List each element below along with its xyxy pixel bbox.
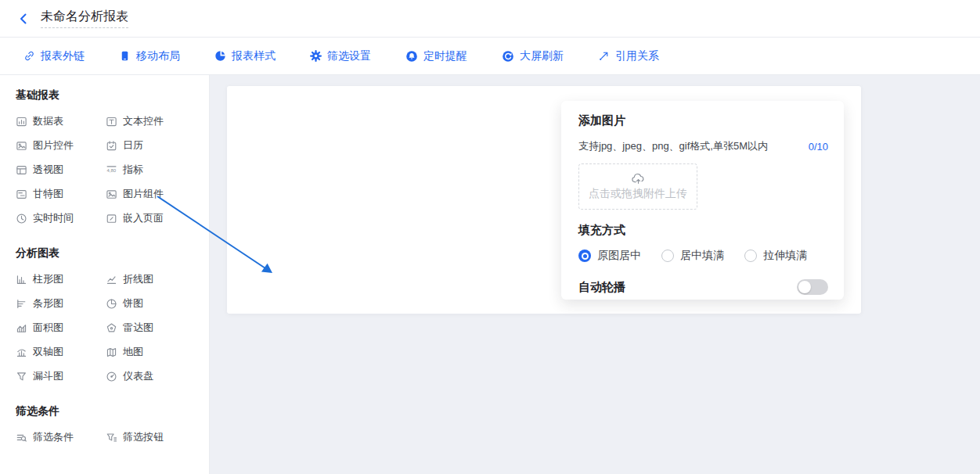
radio-label: 原图居中	[597, 249, 641, 263]
widget-sidebar: 基础报表数据表文本控件图片控件日历透视图4,80指标甘特图图片组件实时时间嵌入页…	[0, 75, 210, 474]
pie-icon	[214, 50, 226, 62]
toolbar-item-scheduled-reminder[interactable]: 定时提醒	[405, 49, 467, 63]
map-icon	[106, 347, 117, 358]
back-button[interactable]	[16, 11, 31, 27]
fill-mode-option-stretch-fill[interactable]: 拉伸填满	[744, 249, 807, 263]
report-title[interactable]: 未命名分析报表	[41, 9, 128, 28]
radio-unchecked-icon[interactable]	[661, 250, 674, 262]
toolbar-item-label: 大屏刷新	[520, 49, 564, 63]
mobile-icon	[119, 50, 131, 62]
sidebar-item-text-widget[interactable]: 文本控件	[106, 114, 209, 128]
sidebar-item-label: 仪表盘	[123, 369, 153, 383]
fill-mode-option-center-fill[interactable]: 居中填满	[661, 249, 724, 263]
sidebar-item-radar-chart[interactable]: 雷达图	[106, 321, 209, 335]
text-widget-icon	[106, 116, 117, 127]
sidebar-item-label: 日历	[123, 138, 143, 153]
sidebar-item-label: 透视图	[33, 163, 63, 177]
sidebar-item-map-chart[interactable]: 地图	[106, 345, 209, 359]
sidebar-item-realtime-clock[interactable]: 实时时间	[16, 211, 106, 225]
sidebar-item-label: 双轴图	[33, 345, 63, 359]
bell-icon	[405, 50, 418, 63]
refresh-icon	[502, 50, 514, 63]
dual-axis-icon	[16, 347, 27, 358]
sidebar-item-image-widget[interactable]: 图片控件	[16, 138, 106, 153]
data-table-icon	[16, 116, 27, 127]
toolbar: 报表外链移动布局报表样式筛选设置定时提醒大屏刷新引用关系	[0, 38, 980, 75]
svg-text:4,80: 4,80	[107, 168, 117, 173]
gear-icon	[310, 50, 322, 62]
fill-mode-label: 填充方式	[578, 223, 828, 238]
sidebar-item-filter-condition[interactable]: 筛选条件	[16, 430, 106, 444]
sidebar-item-calendar[interactable]: 日历	[106, 138, 209, 153]
radar-icon	[106, 322, 117, 334]
radio-unchecked-icon[interactable]	[744, 250, 757, 262]
toolbar-item-label: 引用关系	[615, 49, 659, 63]
metric-icon: 4,80	[106, 164, 117, 176]
link-icon	[23, 50, 35, 62]
sidebar-item-data-table[interactable]: 数据表	[16, 114, 106, 128]
sidebar-item-gauge-chart[interactable]: 仪表盘	[106, 369, 209, 383]
calendar-icon	[106, 140, 117, 152]
section-title: 筛选条件	[16, 404, 209, 418]
sidebar-item-bar-chart[interactable]: 条形图	[16, 296, 106, 311]
sidebar-item-label: 漏斗图	[33, 369, 63, 383]
radio-label: 居中填满	[680, 249, 724, 263]
section-title: 基础报表	[16, 88, 209, 102]
sidebar-item-label: 饼图	[123, 296, 143, 311]
main-area: 添加图片 支持jpg、jpeg、png、gif格式,单张5M以内 0/10 点击…	[210, 75, 980, 474]
filter-button-icon	[106, 432, 117, 443]
sidebar-item-pie-chart[interactable]: 饼图	[106, 296, 209, 311]
add-image-panel: 添加图片 支持jpg、jpeg、png、gif格式,单张5M以内 0/10 点击…	[561, 101, 844, 300]
funnel-icon	[16, 371, 27, 382]
sidebar-item-column-chart[interactable]: 柱形图	[16, 272, 106, 286]
sidebar-item-area-chart[interactable]: 面积图	[16, 321, 106, 335]
toolbar-item-label: 定时提醒	[423, 49, 467, 63]
sidebar-item-label: 实时时间	[33, 211, 74, 225]
sidebar-item-funnel-chart[interactable]: 漏斗图	[16, 369, 106, 383]
toolbar-item-label: 移动布局	[136, 49, 180, 63]
sidebar-item-image-component[interactable]: 图片组件	[106, 187, 209, 201]
toolbar-item-reference-relation[interactable]: 引用关系	[598, 49, 659, 63]
sidebar-item-label: 地图	[123, 345, 143, 359]
toolbar-item-label: 报表样式	[232, 49, 276, 63]
toolbar-item-filter-settings[interactable]: 筛选设置	[310, 49, 371, 63]
sidebar-item-label: 面积图	[33, 321, 63, 335]
radio-label: 拉伸填满	[763, 249, 807, 263]
area-chart-icon	[16, 322, 27, 334]
report-canvas[interactable]: 添加图片 支持jpg、jpeg、png、gif格式,单张5M以内 0/10 点击…	[227, 86, 861, 314]
toolbar-item-screen-refresh[interactable]: 大屏刷新	[502, 49, 564, 63]
filter-search-icon	[16, 432, 27, 443]
sidebar-item-line-chart[interactable]: 折线图	[106, 272, 209, 286]
upload-count: 0/10	[809, 141, 828, 153]
sidebar-item-embed-page[interactable]: 嵌入页面	[106, 211, 209, 225]
chevron-left-icon	[17, 13, 30, 25]
sidebar-item-label: 筛选条件	[33, 430, 74, 444]
autoplay-toggle[interactable]	[797, 279, 828, 295]
image-component-icon	[106, 189, 117, 200]
radio-checked-icon[interactable]	[578, 250, 591, 262]
autoplay-label: 自动轮播	[578, 280, 625, 295]
fill-mode-radio-group: 原图居中居中填满拉伸填满	[578, 249, 828, 263]
sidebar-item-label: 筛选按钮	[123, 430, 164, 444]
toolbar-item-report-style[interactable]: 报表样式	[214, 49, 276, 63]
bar-h-icon	[16, 298, 27, 310]
sidebar-item-label: 柱形图	[33, 272, 63, 286]
toolbar-item-label: 报表外链	[41, 49, 85, 63]
format-hint: 支持jpg、jpeg、png、gif格式,单张5M以内	[578, 139, 768, 153]
fill-mode-option-original-center[interactable]: 原图居中	[578, 249, 641, 263]
sidebar-item-label: 图片控件	[33, 138, 74, 153]
sidebar-item-label: 文本控件	[123, 114, 164, 128]
sidebar-item-filter-button[interactable]: 筛选按钮	[106, 430, 209, 444]
sidebar-item-pivot-view[interactable]: 透视图	[16, 163, 106, 177]
sidebar-item-dual-axis-chart[interactable]: 双轴图	[16, 345, 106, 359]
report-designer: 未命名分析报表 报表外链移动布局报表样式筛选设置定时提醒大屏刷新引用关系 基础报…	[0, 0, 980, 474]
sidebar-item-label: 数据表	[33, 114, 63, 128]
upload-hint: 点击或拖拽附件上传	[589, 187, 687, 201]
sidebar-item-label: 条形图	[33, 296, 63, 311]
upload-dropzone[interactable]: 点击或拖拽附件上传	[578, 163, 697, 210]
toolbar-item-report-link[interactable]: 报表外链	[23, 49, 85, 63]
sidebar-item-gantt-chart[interactable]: 甘特图	[16, 187, 106, 201]
sidebar-item-metric[interactable]: 4,80指标	[106, 163, 209, 177]
toolbar-item-mobile-layout[interactable]: 移动布局	[119, 49, 180, 63]
embed-icon	[106, 213, 117, 224]
